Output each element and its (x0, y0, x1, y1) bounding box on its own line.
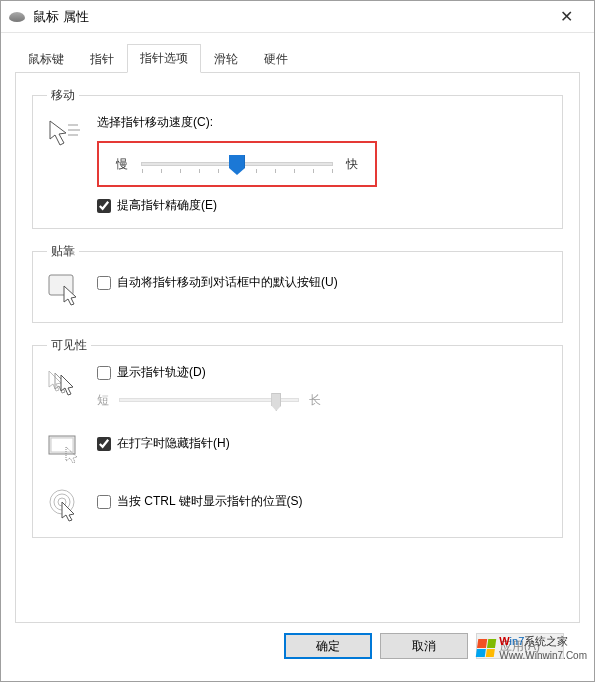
group-motion-legend: 移动 (47, 87, 79, 104)
tab-strip: 鼠标键 指针 指针选项 滑轮 硬件 (15, 43, 580, 73)
trails-label: 显示指针轨迹(D) (117, 364, 206, 381)
tab-wheel[interactable]: 滑轮 (201, 45, 251, 73)
group-motion: 移动 选择指针移动速度(C): 慢 (32, 87, 563, 229)
group-visibility-legend: 可见性 (47, 337, 91, 354)
hide-typing-icon (47, 431, 83, 467)
tab-hardware[interactable]: 硬件 (251, 45, 301, 73)
group-snapto: 贴靠 自动将指针移动到对话框中的默认按钮(U) (32, 243, 563, 323)
snapto-checkbox[interactable] (97, 276, 111, 290)
svg-marker-0 (50, 121, 66, 145)
svg-marker-15 (62, 502, 74, 521)
pointer-speed-slider[interactable] (141, 153, 333, 175)
ctrl-locate-icon (47, 487, 83, 523)
hide-typing-label: 在打字时隐藏指针(H) (117, 435, 230, 452)
trails-checkbox[interactable] (97, 366, 111, 380)
client-area: 鼠标键 指针 指针选项 滑轮 硬件 移动 (1, 33, 594, 681)
svg-rect-10 (51, 438, 73, 452)
ctrl-locate-label: 当按 CTRL 键时显示指针的位置(S) (117, 493, 303, 510)
trails-long-label: 长 (309, 392, 321, 409)
titlebar: 鼠标 属性 ✕ (1, 1, 594, 33)
cancel-button[interactable]: 取消 (380, 633, 468, 659)
hide-typing-checkbox[interactable] (97, 437, 111, 451)
watermark-brand: Win7系统之家 (499, 635, 568, 647)
speed-slider-thumb[interactable] (229, 155, 245, 175)
speed-highlight: 慢 (97, 141, 377, 187)
tab-pointers[interactable]: 指针 (77, 45, 127, 73)
windows-logo-icon (476, 639, 497, 657)
group-snapto-legend: 贴靠 (47, 243, 79, 260)
tab-buttons[interactable]: 鼠标键 (15, 45, 77, 73)
snapto-icon (47, 272, 83, 308)
trails-slider-thumb (271, 393, 281, 411)
tabpage-pointer-options: 移动 选择指针移动速度(C): 慢 (15, 73, 580, 623)
trails-length-slider (119, 389, 299, 411)
speed-slow-label: 慢 (113, 156, 131, 173)
speed-fast-label: 快 (343, 156, 361, 173)
ctrl-locate-checkbox[interactable] (97, 495, 111, 509)
trails-short-label: 短 (97, 392, 109, 409)
enhance-precision-checkbox[interactable] (97, 199, 111, 213)
enhance-precision-label: 提高指针精确度(E) (117, 197, 217, 214)
watermark: Win7系统之家 Www.Winwin7.Com (475, 633, 589, 662)
close-button[interactable]: ✕ (546, 7, 586, 26)
mouse-icon (9, 12, 25, 22)
snapto-label: 自动将指针移动到对话框中的默认按钮(U) (117, 274, 338, 291)
watermark-url: Www.Winwin7.Com (499, 650, 587, 661)
window-title: 鼠标 属性 (33, 8, 546, 26)
motion-speed-icon (47, 116, 83, 152)
mouse-properties-dialog: 鼠标 属性 ✕ 鼠标键 指针 指针选项 滑轮 硬件 移动 (0, 0, 595, 682)
speed-label: 选择指针移动速度(C): (97, 114, 548, 131)
ok-button[interactable]: 确定 (284, 633, 372, 659)
tab-pointer-options[interactable]: 指针选项 (127, 44, 201, 73)
svg-marker-8 (61, 375, 73, 395)
group-visibility: 可见性 显示指针轨迹(D) (32, 337, 563, 538)
trails-icon (47, 366, 83, 402)
